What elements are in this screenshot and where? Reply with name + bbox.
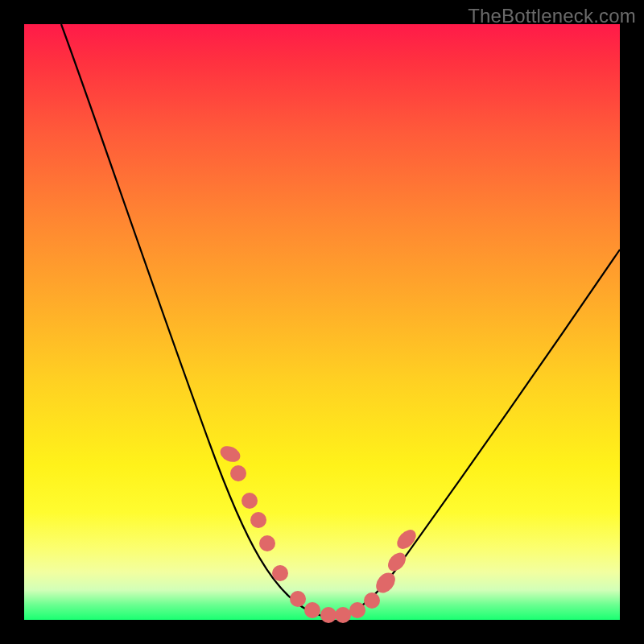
svg-point-4 bbox=[259, 535, 275, 551]
svg-point-2 bbox=[242, 493, 258, 509]
svg-point-7 bbox=[304, 602, 320, 618]
svg-point-14 bbox=[394, 526, 419, 553]
svg-point-11 bbox=[364, 592, 380, 609]
svg-point-9 bbox=[335, 607, 351, 623]
svg-point-3 bbox=[250, 512, 266, 528]
svg-point-0 bbox=[217, 443, 242, 464]
svg-point-5 bbox=[272, 565, 288, 581]
svg-point-13 bbox=[385, 549, 410, 574]
watermark-text: TheBottleneck.com bbox=[468, 5, 636, 27]
svg-point-8 bbox=[320, 607, 336, 623]
bottleneck-curve bbox=[61, 24, 620, 617]
highlighted-points-group bbox=[217, 443, 419, 623]
curve-svg bbox=[24, 24, 620, 620]
svg-point-10 bbox=[349, 602, 365, 618]
plot-area bbox=[24, 24, 620, 620]
svg-point-6 bbox=[290, 591, 306, 607]
svg-point-1 bbox=[230, 465, 246, 481]
